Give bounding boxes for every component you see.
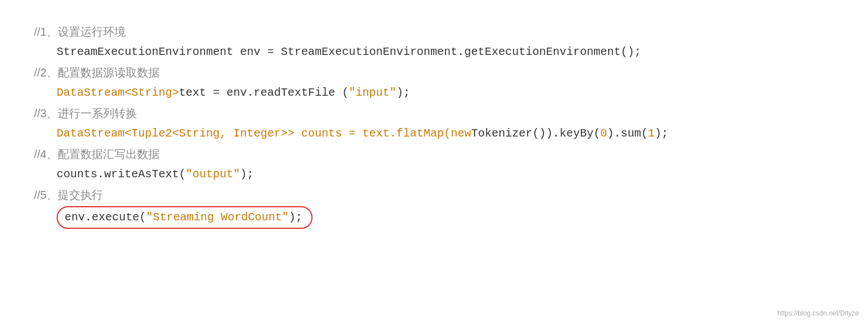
line3-new: new [451, 125, 471, 143]
line3-sum: ).sum( [607, 125, 648, 143]
line3-end: ); [655, 125, 668, 143]
line5-end: ); [289, 208, 302, 227]
comment4: //4、配置数据汇写出数据 [34, 145, 160, 163]
line2-string: "input" [349, 84, 396, 102]
code-line-comment1: //1、设置运行环境 [34, 23, 834, 41]
line2-text: text = env.readTextFile ( [179, 84, 349, 102]
comment1: //1、设置运行环境 [34, 23, 126, 41]
line1-text: StreamExecutionEnvironment env = StreamE… [57, 43, 641, 61]
line3-num2: 1 [648, 125, 655, 143]
line4-string: "output" [186, 165, 240, 184]
code-line-4: counts.writeAsText( "output" ); [34, 165, 834, 184]
code-line-2: DataStream<String> text = env.readTextFi… [34, 84, 834, 102]
line5-execute: env.execute( [65, 208, 146, 227]
code-line-3: DataStream<Tuple2<String, Integer>> coun… [34, 125, 834, 143]
code-line-5: env.execute( "Streaming WordCount" ); [34, 206, 834, 229]
execute-highlighted: env.execute( "Streaming WordCount" ); [57, 206, 313, 229]
line2-end: ); [396, 84, 410, 102]
line4-end: ); [240, 165, 254, 184]
code-line-comment4: //4、配置数据汇写出数据 [34, 145, 834, 163]
line4-writeastext: counts.writeAsText( [57, 165, 186, 184]
line3-num1: 0 [600, 125, 607, 143]
code-container: //1、设置运行环境 StreamExecutionEnvironment en… [0, 0, 868, 324]
line2-keyword: DataStream<String> [57, 84, 179, 102]
code-line-comment5: //5、提交执行 [34, 186, 834, 204]
line5-string: "Streaming WordCount" [146, 208, 289, 227]
line3-datastreamtype: DataStream<Tuple2<String, Integer>> coun… [57, 125, 451, 143]
watermark: https://blog.csdn.net/Dityze [777, 309, 859, 317]
line3-tokenizer: Tokenizer()).keyBy( [471, 125, 600, 143]
comment5: //5、提交执行 [34, 186, 103, 204]
code-line-comment3: //3、进行一系列转换 [34, 104, 834, 122]
comment2: //2、配置数据源读取数据 [34, 63, 160, 82]
code-line-comment2: //2、配置数据源读取数据 [34, 63, 834, 82]
code-line-1: StreamExecutionEnvironment env = StreamE… [34, 43, 834, 61]
comment3: //3、进行一系列转换 [34, 104, 137, 122]
